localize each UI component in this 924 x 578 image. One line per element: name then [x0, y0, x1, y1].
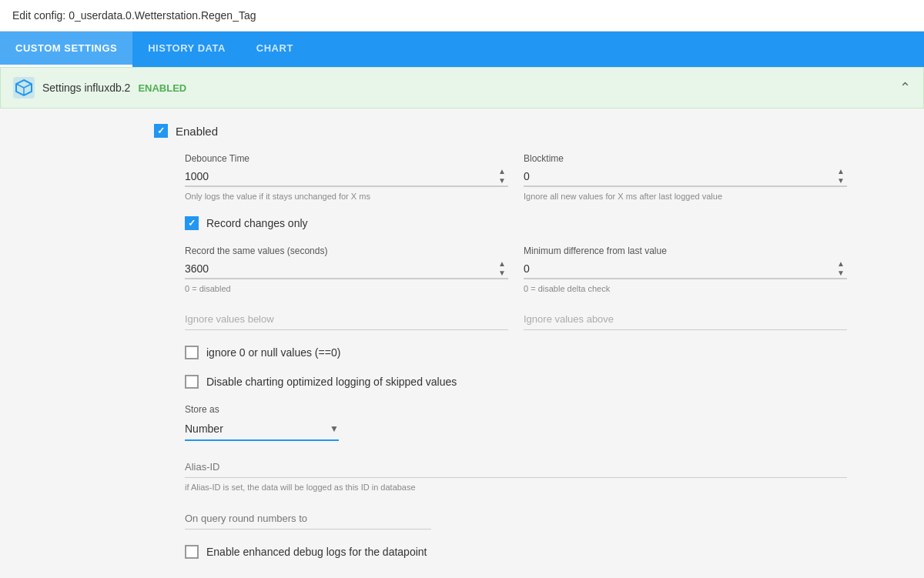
record-same-values-down[interactable]: ▼	[496, 269, 508, 278]
debug-logs-checkbox[interactable]	[185, 545, 199, 559]
minimum-difference-field: Minimum difference from last value ▲ ▼ 0…	[524, 246, 847, 293]
alias-section: if Alias-ID is set, the data will be log…	[185, 456, 847, 493]
blocktime-up[interactable]: ▲	[835, 167, 847, 176]
minimum-difference-down[interactable]: ▼	[835, 269, 847, 278]
store-as-section: Store as Number String Boolean ▼	[185, 404, 847, 441]
minimum-difference-spinner: ▲ ▼	[835, 259, 847, 278]
debounce-time-hint: Only logs the value if it stays unchange…	[185, 192, 508, 201]
blocktime-input[interactable]	[524, 167, 835, 185]
blocktime-down[interactable]: ▼	[835, 176, 847, 185]
ignore-above-field	[524, 309, 847, 330]
debounce-time-up[interactable]: ▲	[496, 167, 508, 176]
minimum-difference-input[interactable]	[524, 259, 835, 278]
alias-id-input[interactable]	[185, 456, 847, 477]
ignore-zero-label: ignore 0 or null values (==0)	[206, 346, 340, 359]
record-same-values-field: Record the same values (seconds) ▲ ▼ 0 =…	[185, 246, 508, 293]
debounce-time-field: Debounce Time ▲ ▼ Only logs the value if…	[185, 153, 508, 201]
record-same-values-spinner: ▲ ▼	[496, 259, 508, 278]
record-changes-checkbox[interactable]	[185, 216, 199, 230]
blocktime-spinner: ▲ ▼	[835, 167, 847, 185]
disable-charting-checkbox[interactable]	[185, 375, 199, 389]
record-min-diff-grid: Record the same values (seconds) ▲ ▼ 0 =…	[185, 246, 847, 293]
ignore-above-input-wrapper	[524, 309, 847, 330]
title-bar: Edit config: 0_userdata.0.Wetterstation.…	[0, 0, 924, 32]
record-same-values-input-wrapper: ▲ ▼	[185, 259, 508, 279]
debounce-time-label: Debounce Time	[185, 153, 508, 164]
select-arrow-icon: ▼	[330, 423, 339, 434]
debug-logs-label: Enable enhanced debug logs for the datap…	[206, 546, 427, 558]
ignore-zero-checkbox[interactable]	[185, 346, 199, 359]
tab-history-data[interactable]: HISTORY DATA	[132, 32, 241, 67]
enabled-label: Enabled	[176, 125, 218, 138]
disable-charting-label: Disable charting optimized logging of sk…	[206, 376, 457, 388]
enabled-checkbox[interactable]	[154, 124, 168, 138]
tab-custom-settings[interactable]: CUSTOM SETTINGS	[0, 32, 132, 67]
blocktime-hint: Ignore all new values for X ms after las…	[524, 192, 847, 201]
disable-charting-row: Disable charting optimized logging of sk…	[185, 375, 847, 389]
round-input-wrapper	[185, 508, 431, 530]
enabled-row: Enabled	[154, 124, 893, 138]
alias-input-wrapper	[185, 456, 847, 478]
minimum-difference-label: Minimum difference from last value	[524, 246, 847, 256]
ignore-above-input[interactable]	[524, 309, 847, 329]
debounce-time-down[interactable]: ▼	[496, 176, 508, 185]
store-as-select-wrapper: Number String Boolean ▼	[185, 418, 339, 441]
record-changes-label: Record changes only	[206, 217, 308, 229]
ignore-values-grid	[185, 309, 847, 330]
blocktime-label: Blocktime	[524, 153, 847, 164]
tab-bar: CUSTOM SETTINGS HISTORY DATA CHART	[0, 32, 924, 67]
store-as-label: Store as	[185, 404, 847, 415]
tab-chart[interactable]: CHART	[241, 32, 309, 67]
minimum-difference-hint: 0 = disable delta check	[524, 284, 847, 293]
debug-logs-row: Enable enhanced debug logs for the datap…	[185, 545, 847, 559]
record-same-values-label: Record the same values (seconds)	[185, 246, 508, 256]
record-changes-row: Record changes only	[185, 216, 847, 230]
settings-title: Settings influxdb.2	[42, 82, 130, 94]
round-section	[185, 508, 847, 530]
minimum-difference-input-wrapper: ▲ ▼	[524, 259, 847, 279]
ignore-below-field	[185, 309, 508, 330]
debounce-time-input[interactable]	[185, 167, 496, 185]
store-as-wrapper: Store as Number String Boolean ▼	[185, 404, 847, 441]
store-as-select[interactable]: Number String Boolean	[185, 418, 330, 439]
debounce-time-input-wrapper: ▲ ▼	[185, 167, 508, 187]
settings-header-left: Settings influxdb.2 ENABLED	[13, 77, 186, 99]
blocktime-field: Blocktime ▲ ▼ Ignore all new values for …	[524, 153, 847, 201]
alias-hint: if Alias-ID is set, the data will be log…	[185, 483, 416, 492]
main-content: Enabled Debounce Time ▲ ▼ Only logs the …	[0, 109, 924, 578]
debounce-time-spinner: ▲ ▼	[496, 167, 508, 185]
blocktime-input-wrapper: ▲ ▼	[524, 167, 847, 187]
record-same-values-up[interactable]: ▲	[496, 259, 508, 269]
ignore-below-input-wrapper	[185, 309, 508, 330]
round-numbers-input[interactable]	[185, 508, 431, 529]
minimum-difference-up[interactable]: ▲	[835, 259, 847, 269]
debounce-blocktime-grid: Debounce Time ▲ ▼ Only logs the value if…	[185, 153, 847, 201]
ignore-zero-row: ignore 0 or null values (==0)	[185, 346, 847, 359]
db-icon	[13, 77, 35, 99]
record-same-values-hint: 0 = disabled	[185, 284, 508, 293]
page-title: Edit config: 0_userdata.0.Wetterstation.…	[12, 9, 256, 22]
record-same-values-input[interactable]	[185, 259, 496, 278]
settings-header: Settings influxdb.2 ENABLED ⌃	[0, 67, 924, 109]
enabled-badge: ENABLED	[138, 82, 186, 94]
collapse-button[interactable]: ⌃	[899, 79, 911, 96]
ignore-below-input[interactable]	[185, 309, 508, 329]
